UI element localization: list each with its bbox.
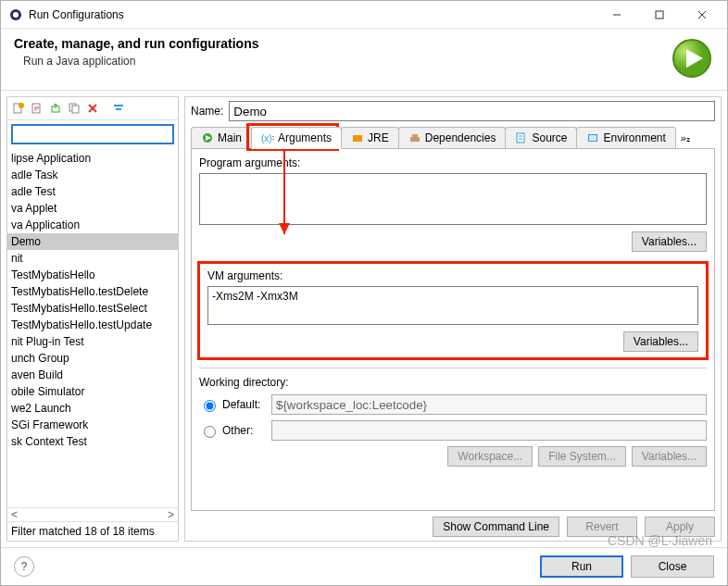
tab-arguments[interactable]: (x)= Arguments (251, 127, 342, 149)
svg-point-9 (19, 103, 24, 108)
tab-pane-arguments: Program arguments: Variables... VM argum… (191, 149, 715, 511)
run-hero-icon (670, 36, 714, 81)
minimize-button[interactable] (596, 2, 638, 28)
show-command-line-button[interactable]: Show Command Line (433, 517, 559, 537)
revert-button[interactable]: Revert (567, 517, 637, 537)
dialog-window: Run Configurations Create, manage, and r… (0, 0, 728, 586)
config-detail-panel: Name: Main (x)= Arguments JRE (184, 96, 722, 542)
apply-button[interactable]: Apply (645, 517, 715, 537)
program-args-label: Program arguments: (199, 156, 707, 169)
svg-rect-18 (116, 108, 121, 110)
svg-rect-17 (114, 105, 123, 106)
tab-source[interactable]: Source (505, 127, 577, 148)
other-radio[interactable]: Other: (199, 423, 264, 438)
default-radio-input[interactable] (204, 400, 216, 412)
delete-icon[interactable] (84, 100, 101, 117)
svg-rect-25 (517, 133, 524, 143)
duplicate-icon[interactable] (66, 100, 82, 117)
window-controls (596, 2, 723, 28)
new-prototype-icon[interactable]: P (29, 100, 45, 117)
wd-variables-button[interactable]: Variables... (632, 446, 707, 467)
svg-text:P: P (34, 105, 39, 113)
header-title: Create, manage, and run configurations (14, 36, 670, 51)
title-bar: Run Configurations (1, 1, 727, 29)
run-button[interactable]: Run (540, 555, 623, 578)
config-tree[interactable]: lipse Applicationadle Taskadle Testva Ap… (7, 148, 178, 507)
vm-args-textarea[interactable]: -Xms2M -Xmx3M (207, 286, 698, 325)
svg-rect-3 (656, 11, 663, 19)
tab-dependencies[interactable]: Dependencies (398, 127, 507, 148)
tree-item[interactable]: va Application (7, 217, 178, 233)
tree-item[interactable]: TestMybatisHello.testDelete (7, 283, 178, 300)
workspace-button[interactable]: Workspace... (447, 446, 533, 467)
app-icon (8, 7, 23, 22)
other-radio-input[interactable] (204, 426, 216, 438)
tab-environment[interactable]: Environment (576, 127, 675, 148)
dialog-footer: ? Run Close (1, 547, 727, 585)
svg-point-1 (13, 12, 19, 18)
tree-item[interactable]: nit Plug-in Test (7, 333, 178, 350)
main-icon (201, 131, 214, 144)
tree-item[interactable]: lipse Application (7, 150, 178, 167)
tree-item[interactable]: TestMybatisHello.testSelect (7, 300, 178, 317)
environment-icon (586, 131, 599, 144)
tree-item[interactable]: TestMybatisHello (7, 267, 178, 283)
arguments-icon: (x)= (261, 131, 274, 144)
scroll-hint: <> (7, 507, 178, 521)
tree-item[interactable]: Demo (7, 233, 178, 250)
svg-rect-22 (353, 135, 362, 142)
tree-item[interactable]: sk Context Test (7, 433, 178, 450)
tree-item[interactable]: TestMybatisHello.testUpdate (7, 317, 178, 333)
svg-rect-14 (72, 106, 79, 113)
annotation-highlight-vm: VM arguments: -Xms2M -Xmx3M Variables... (197, 261, 709, 360)
filesystem-button[interactable]: File System... (538, 446, 626, 467)
tab-bar: Main (x)= Arguments JRE Dependencies Sou… (191, 127, 715, 149)
dependencies-icon (408, 131, 421, 144)
export-icon[interactable] (47, 100, 64, 117)
svg-rect-23 (410, 137, 420, 142)
window-title: Run Configurations (29, 8, 596, 21)
maximize-button[interactable] (638, 2, 681, 28)
svg-text:(x)=: (x)= (261, 133, 274, 143)
dialog-header: Create, manage, and run configurations R… (1, 29, 727, 91)
name-input[interactable] (229, 101, 715, 121)
action-row: Show Command Line Revert Apply (191, 511, 715, 537)
filter-icon[interactable] (110, 100, 127, 117)
vm-args-label: VM arguments: (207, 269, 698, 282)
tabs-overflow[interactable]: »₂ (675, 129, 696, 148)
default-dir-input (271, 394, 707, 415)
svg-rect-24 (412, 134, 418, 137)
jre-icon (351, 131, 364, 144)
tree-item[interactable]: unch Group (7, 350, 178, 367)
tree-item[interactable]: va Applet (7, 200, 178, 217)
close-button[interactable] (681, 2, 723, 28)
tree-item[interactable]: nit (7, 250, 178, 267)
list-toolbar: P (7, 97, 178, 120)
dialog-body: P lipse Applicationadle Taskadle Testva … (1, 91, 727, 547)
new-config-icon[interactable] (10, 100, 27, 117)
tree-item[interactable]: SGi Framework (7, 417, 178, 433)
program-args-variables-button[interactable]: Variables... (632, 231, 707, 252)
tree-item[interactable]: we2 Launch (7, 400, 178, 417)
vm-args-variables-button[interactable]: Variables... (623, 331, 698, 352)
other-dir-input[interactable] (271, 420, 707, 441)
config-list-panel: P lipse Applicationadle Taskadle Testva … (6, 96, 179, 542)
name-label: Name: (191, 105, 223, 118)
tab-jre[interactable]: JRE (341, 127, 399, 148)
tree-item[interactable]: obile Simulator (7, 383, 178, 400)
filter-input[interactable] (11, 124, 174, 144)
program-args-textarea[interactable] (199, 173, 707, 225)
filter-matched-text: Filter matched 18 of 18 items (7, 521, 178, 541)
source-icon (515, 131, 528, 144)
close-dialog-button[interactable]: Close (631, 555, 714, 578)
tree-item[interactable]: adle Task (7, 167, 178, 183)
header-subtitle: Run a Java application (23, 55, 670, 68)
default-radio[interactable]: Default: (199, 397, 264, 412)
tree-item[interactable]: aven Build (7, 367, 178, 383)
help-button[interactable]: ? (14, 556, 34, 577)
working-dir-label: Working directory: (199, 376, 707, 389)
tab-main[interactable]: Main (191, 127, 252, 148)
tree-item[interactable]: adle Test (7, 183, 178, 200)
svg-rect-29 (589, 135, 596, 141)
